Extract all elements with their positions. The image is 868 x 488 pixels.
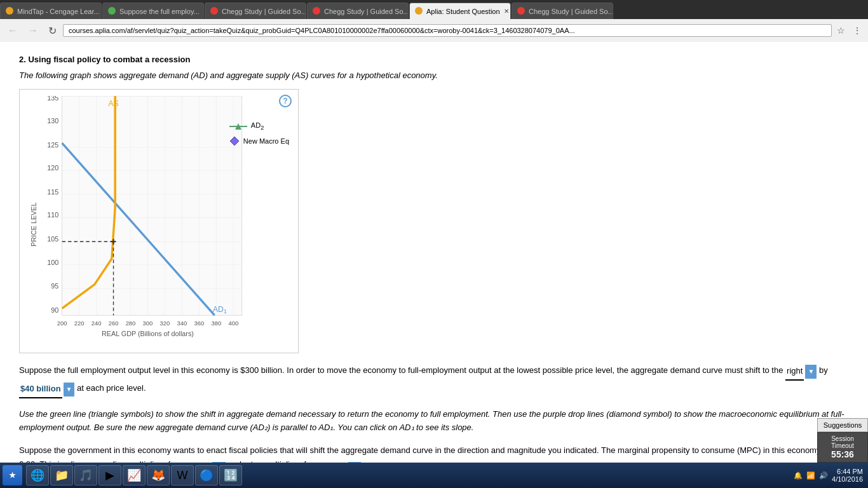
tab-label-chegg3: Chegg Study | Guided So... <box>529 8 613 15</box>
svg-text:260: 260 <box>109 320 119 327</box>
x-ticks: 200 220 240 260 280 300 320 340 360 380 … <box>57 320 238 327</box>
tab-chegg3[interactable]: Chegg Study | Guided So... ✕ <box>512 3 613 19</box>
help-icon[interactable]: ? <box>279 95 292 107</box>
tab-favicon-aplia <box>415 7 424 16</box>
as-label: AS <box>108 99 118 108</box>
answer-paragraph: Suppose the full employment output level… <box>19 362 849 398</box>
direction-answer[interactable]: right ▼ <box>785 363 817 381</box>
question-text: The following graph shows aggregate dema… <box>19 71 849 80</box>
suggestions-box[interactable]: Suggestions <box>817 418 868 432</box>
tab-favicon-mindtap <box>6 7 15 16</box>
tab-favicon-chegg1 <box>210 7 219 16</box>
bookmark-icon[interactable]: ☆ <box>834 24 848 37</box>
by-text: by <box>819 365 828 375</box>
tab-favicon-chegg3 <box>517 7 526 16</box>
svg-text:400: 400 <box>228 320 238 327</box>
amount-dropdown[interactable]: ▼ <box>64 383 75 396</box>
address-bar[interactable] <box>63 24 832 37</box>
tab-favicon-suppose <box>108 7 117 16</box>
page-content: 2. Using fiscal policy to combat a reces… <box>0 42 868 463</box>
svg-text:380: 380 <box>211 320 221 327</box>
svg-text:220: 220 <box>74 320 85 327</box>
tab-chegg2[interactable]: Chegg Study | Guided So... ✕ <box>307 3 409 19</box>
svg-text:105: 105 <box>47 235 58 243</box>
tab-chegg1[interactable]: Chegg Study | Guided So... ✕ <box>205 3 306 19</box>
svg-text:200: 200 <box>57 320 67 327</box>
svg-text:95: 95 <box>51 282 58 290</box>
tab-bar: MindTap - Cengage Lear... ✕ Suppose the … <box>0 0 868 19</box>
svg-text:340: 340 <box>177 320 187 327</box>
tab-close-aplia[interactable]: ✕ <box>504 8 509 15</box>
answer-section: Suppose the full employment output level… <box>19 362 849 398</box>
svg-text:320: 320 <box>160 320 170 327</box>
tab-suppose[interactable]: Suppose the full employ... ✕ <box>102 3 204 19</box>
svg-text:110: 110 <box>47 211 58 219</box>
policy-text: Suppose the government in this economy w… <box>19 444 849 463</box>
svg-text:115: 115 <box>47 188 58 196</box>
instructions-text: Use the green line (triangle symbols) to… <box>19 408 849 435</box>
legend-ad2-label: AD2 <box>251 121 264 131</box>
tab-mindtap[interactable]: MindTap - Cengage Lear... ✕ <box>0 3 102 19</box>
legend-ad2-line: AD2 <box>229 121 289 131</box>
forward-button[interactable]: → <box>24 24 42 37</box>
svg-text:280: 280 <box>126 320 136 327</box>
svg-text:300: 300 <box>143 320 153 327</box>
svg-text:90: 90 <box>51 306 58 314</box>
tab-favicon-chegg2 <box>313 7 322 16</box>
svg-text:360: 360 <box>194 320 205 327</box>
browser-chrome: MindTap - Cengage Lear... ✕ Suppose the … <box>0 0 868 42</box>
tab-label-mindtap: MindTap - Cengage Lear... <box>17 8 100 15</box>
x-axis-label: REAL GDP (Billions of dollars) <box>102 330 194 337</box>
tab-label-suppose: Suppose the full employ... <box>119 8 200 15</box>
amount-answer[interactable]: $40 billion ▼ <box>19 381 74 398</box>
svg-marker-2 <box>230 137 239 146</box>
direction-dropdown[interactable]: ▼ <box>805 365 817 379</box>
answer-suffix: at each price level. <box>77 383 146 393</box>
policy-prefix: Suppose the government in this economy w… <box>19 445 829 463</box>
chart-area <box>62 96 242 315</box>
session-label: SessionTimeout <box>822 435 864 449</box>
legend-new-macro-label: New Macro Eq <box>243 137 289 145</box>
back-button[interactable]: ← <box>4 24 22 37</box>
legend-ad2-icon <box>229 122 247 131</box>
svg-text:125: 125 <box>47 141 58 149</box>
legend-new-macro-eq: New Macro Eq <box>229 136 289 146</box>
chart-legend: AD2 New Macro Eq <box>229 121 289 151</box>
sidebar: Suggestions SessionTimeout 55:36 <box>817 418 868 463</box>
amount-value: $40 billion <box>19 381 62 398</box>
svg-text:120: 120 <box>47 164 58 172</box>
svg-text:135: 135 <box>47 96 58 102</box>
session-box: SessionTimeout 55:36 <box>817 432 868 463</box>
tab-label-chegg2: Chegg Study | Guided So... <box>324 8 409 15</box>
direction-value: right <box>785 363 804 381</box>
graph-container: ? AD2 New Macro Eq PRICE LEVEL <box>19 89 299 353</box>
reload-button[interactable]: ↻ <box>44 24 60 38</box>
session-timer: 55:36 <box>822 449 864 459</box>
y-axis-label: PRICE LEVEL <box>30 203 37 247</box>
svg-text:100: 100 <box>47 259 58 266</box>
menu-icon[interactable]: ⋮ <box>850 24 864 37</box>
tab-close-suppose[interactable]: ✕ <box>203 8 204 15</box>
tab-label-aplia: Aplia: Student Question <box>426 8 500 15</box>
tab-aplia[interactable]: Aplia: Student Question ✕ <box>409 3 511 19</box>
answer-prefix: Suppose the full employment output level… <box>19 365 783 375</box>
svg-text:130: 130 <box>47 117 58 125</box>
y-ticks: 90 95 100 105 110 115 120 125 130 135 <box>47 96 58 314</box>
legend-diamond-icon <box>229 136 240 146</box>
svg-text:240: 240 <box>92 320 102 327</box>
tab-label-chegg1: Chegg Study | Guided So... <box>222 8 306 15</box>
nav-bar: ← → ↻ ☆ ⋮ <box>0 19 868 42</box>
question-header: 2. Using fiscal policy to combat a reces… <box>19 55 849 64</box>
